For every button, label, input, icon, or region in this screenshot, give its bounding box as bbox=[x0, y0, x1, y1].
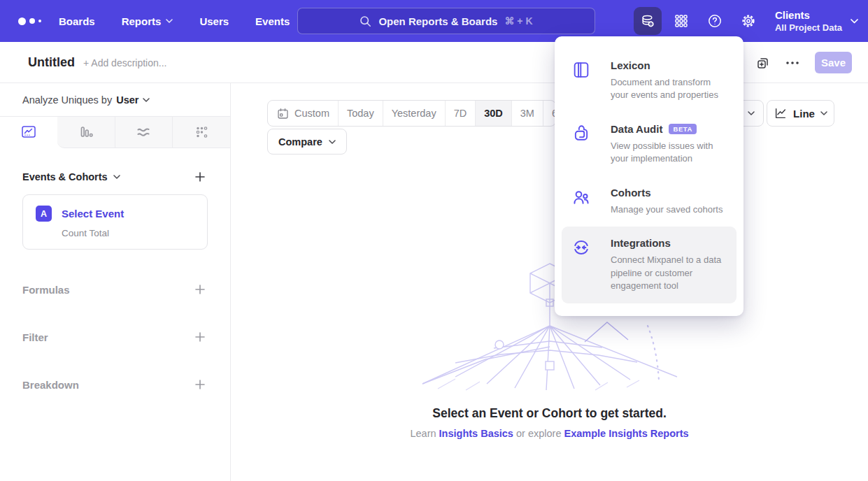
date-range-control: Custom Today Yesterday 7D 30D 3M 6M bbox=[267, 100, 556, 127]
calendar-icon bbox=[276, 107, 290, 120]
nav-item-events[interactable]: Events bbox=[255, 15, 290, 27]
menu-item-description: Connect Mixpanel to a data pipeline or c… bbox=[611, 254, 727, 292]
chevron-down-icon bbox=[143, 98, 150, 102]
tab-metrics-grid[interactable] bbox=[172, 117, 230, 148]
date-range-30d-selected[interactable]: 30D bbox=[475, 101, 511, 126]
date-range-label: Today bbox=[347, 108, 374, 119]
integrations-sync-icon bbox=[571, 237, 592, 292]
date-range-7d[interactable]: 7D bbox=[445, 101, 476, 126]
hint-prefix: Learn bbox=[410, 428, 439, 439]
events-section-header: Events & Cohorts bbox=[22, 169, 208, 185]
menu-item-lexicon[interactable]: Lexicon Document and transform your even… bbox=[562, 49, 737, 113]
nav-item-reports[interactable]: Reports bbox=[122, 15, 173, 27]
plus-icon bbox=[194, 331, 206, 343]
formulas-section: Formulas bbox=[22, 282, 208, 297]
project-switcher[interactable]: Clients All Project Data bbox=[775, 9, 858, 33]
example-reports-link[interactable]: Example Insights Reports bbox=[564, 428, 688, 439]
date-range-custom[interactable]: Custom bbox=[268, 101, 338, 126]
line-chart-icon bbox=[774, 106, 788, 120]
add-event-button[interactable] bbox=[192, 169, 208, 185]
chart-style-dropdown[interactable]: Line bbox=[767, 100, 834, 127]
empty-state-hint: Learn Insights Basics or explore Example… bbox=[231, 428, 868, 439]
tab-stacked-chart[interactable] bbox=[115, 117, 173, 148]
analyze-label: Analyze Uniques by bbox=[22, 94, 112, 106]
tab-bar-chart[interactable] bbox=[57, 117, 115, 148]
chevron-down-icon bbox=[748, 111, 755, 115]
event-card[interactable]: A Select Event Count Total bbox=[22, 194, 208, 250]
top-navbar: Boards Reports Users Events Open Reports… bbox=[0, 0, 868, 42]
plus-icon bbox=[194, 171, 206, 182]
report-description-placeholder[interactable]: + Add description... bbox=[83, 57, 166, 69]
menu-item-title: Data Audit bbox=[611, 123, 662, 135]
filter-section: Filter bbox=[22, 329, 208, 345]
event-aggregation-label[interactable]: Count Total bbox=[62, 228, 194, 238]
chevron-down-icon bbox=[851, 19, 858, 24]
data-management-button[interactable] bbox=[634, 7, 662, 35]
mixpanel-logo-icon[interactable] bbox=[18, 17, 46, 25]
tab-line-chart[interactable] bbox=[0, 117, 57, 148]
chevron-down-icon bbox=[329, 140, 336, 144]
add-filter-button[interactable] bbox=[192, 329, 208, 345]
empty-state-title: Select an Event or Cohort to get started… bbox=[231, 406, 868, 421]
nav-item-users[interactable]: Users bbox=[199, 15, 229, 27]
plus-icon bbox=[194, 284, 206, 295]
add-breakdown-button[interactable] bbox=[192, 377, 208, 392]
menu-item-data-audit[interactable]: Data Audit BETA View possible issues wit… bbox=[562, 113, 737, 176]
stacked-flow-icon bbox=[135, 124, 152, 141]
analyze-row: Analyze Uniques by User bbox=[0, 83, 230, 117]
nav-item-label: Events bbox=[255, 15, 290, 27]
nav-item-label: Reports bbox=[122, 15, 162, 27]
chevron-down-icon bbox=[820, 111, 827, 115]
database-gear-icon bbox=[639, 13, 656, 29]
report-title[interactable]: Untitled bbox=[28, 55, 75, 70]
date-range-3m[interactable]: 3M bbox=[511, 101, 543, 126]
duplicate-button[interactable] bbox=[755, 55, 770, 70]
settings-gear-icon bbox=[740, 13, 757, 29]
ellipsis-icon bbox=[785, 61, 799, 65]
analyze-value: User bbox=[116, 94, 138, 106]
copy-plus-icon bbox=[755, 55, 770, 70]
date-range-label: Custom bbox=[294, 108, 329, 119]
analyze-by-dropdown[interactable]: User bbox=[116, 94, 150, 106]
chart-style-label: Line bbox=[793, 108, 815, 120]
metrics-grid-icon bbox=[193, 124, 210, 141]
events-cohorts-label: Events & Cohorts bbox=[22, 171, 108, 182]
chevron-down-icon bbox=[113, 175, 120, 179]
menu-item-description: Manage your saved cohorts bbox=[611, 203, 723, 216]
breakdown-section: Breakdown bbox=[22, 377, 208, 392]
plus-icon bbox=[194, 379, 206, 390]
nav-item-label: Boards bbox=[59, 15, 95, 27]
add-formula-button[interactable] bbox=[192, 282, 208, 297]
bar-chart-icon bbox=[78, 124, 94, 141]
nav-item-boards[interactable]: Boards bbox=[59, 15, 95, 27]
help-button[interactable] bbox=[701, 7, 729, 35]
insights-basics-link[interactable]: Insights Basics bbox=[439, 428, 513, 439]
events-cohorts-dropdown[interactable]: Events & Cohorts bbox=[22, 171, 120, 182]
settings-button[interactable] bbox=[734, 7, 762, 35]
nav-item-label: Users bbox=[199, 15, 229, 27]
formulas-label: Formulas bbox=[22, 284, 70, 296]
chevron-down-icon bbox=[166, 19, 173, 23]
search-icon bbox=[360, 15, 371, 27]
cohorts-people-icon bbox=[571, 187, 592, 216]
global-search-input[interactable]: Open Reports & Boards ⌘ + K bbox=[297, 8, 595, 34]
event-series-badge: A bbox=[36, 206, 52, 222]
save-button[interactable]: Save bbox=[815, 52, 852, 73]
data-audit-icon bbox=[571, 123, 592, 166]
date-range-yesterday[interactable]: Yesterday bbox=[383, 101, 445, 126]
sidebar-content: Events & Cohorts A Select Event Count To… bbox=[0, 148, 230, 392]
date-range-label: 30D bbox=[484, 108, 503, 119]
date-range-today[interactable]: Today bbox=[338, 101, 383, 126]
menu-item-cohorts[interactable]: Cohorts Manage your saved cohorts bbox=[562, 176, 737, 227]
more-options-button[interactable] bbox=[785, 61, 799, 65]
menu-item-integrations[interactable]: Integrations Connect Mixpanel to a data … bbox=[562, 227, 737, 303]
compare-dropdown[interactable]: Compare bbox=[267, 129, 347, 155]
apps-grid-button[interactable] bbox=[667, 7, 695, 35]
search-placeholder: Open Reports & Boards bbox=[378, 15, 497, 27]
beta-badge: BETA bbox=[669, 124, 697, 134]
menu-item-description: View possible issues with your implement… bbox=[611, 140, 727, 166]
app-screen: Boards Reports Users Events Open Reports… bbox=[0, 0, 868, 481]
select-event-label[interactable]: Select Event bbox=[62, 208, 124, 220]
compare-label: Compare bbox=[278, 136, 322, 148]
menu-item-title: Cohorts bbox=[611, 187, 651, 199]
